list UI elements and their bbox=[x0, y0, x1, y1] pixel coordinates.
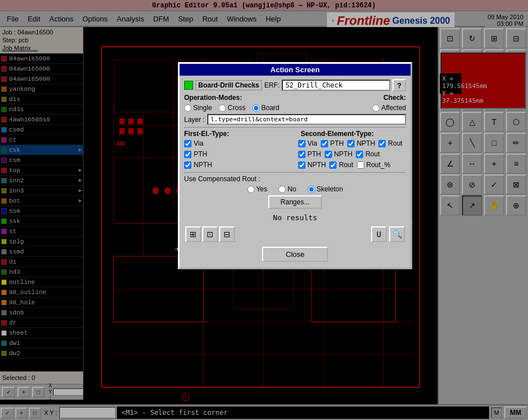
layer-row: Layer : bbox=[184, 114, 406, 125]
layer-value-input[interactable] bbox=[207, 114, 406, 125]
first-npth[interactable]: NPTH bbox=[184, 161, 293, 169]
second-rout-1[interactable]: Rout bbox=[378, 139, 402, 147]
ranges-row: Ranges... bbox=[184, 195, 406, 209]
element-row-3: NPTH NPTH Rout Rout_% bbox=[184, 161, 406, 170]
action-screen-body: Board-Drill Checks ERF: S2_Drill_Check ?… bbox=[180, 76, 411, 268]
icon-btn-1[interactable]: ⊞ bbox=[185, 226, 201, 242]
action-screen-title: Action Screen bbox=[180, 64, 411, 76]
second-rout-2[interactable]: Rout bbox=[356, 150, 379, 158]
mode-options-row: Single Cross Board Affected bbox=[184, 104, 406, 112]
second-rout-3[interactable]: Rout bbox=[329, 161, 353, 169]
second-npth-1[interactable]: NPTH bbox=[347, 139, 376, 147]
check-affected[interactable]: Affected bbox=[372, 104, 406, 112]
u-btn[interactable]: U bbox=[371, 226, 387, 242]
first-via[interactable]: Via bbox=[184, 139, 293, 147]
drill-checks-row: Board-Drill Checks ERF: S2_Drill_Check ? bbox=[184, 79, 406, 91]
comp-yes[interactable]: Yes bbox=[247, 185, 268, 193]
section-divider-1 bbox=[184, 127, 406, 128]
comp-skeleton[interactable]: Skeleton bbox=[308, 185, 343, 193]
layer-label: Layer : bbox=[184, 116, 205, 124]
no-results: No results bbox=[184, 211, 406, 224]
mode-cross[interactable]: Cross bbox=[219, 104, 245, 112]
section-divider-2 bbox=[184, 172, 406, 173]
check-label: Check: bbox=[383, 94, 406, 102]
erf-label: ERF: bbox=[264, 81, 280, 89]
comp-no[interactable]: No bbox=[278, 185, 296, 193]
mode-single[interactable]: Single bbox=[184, 104, 212, 112]
modal-overlay: Action Screen Board-Drill Checks ERF: S2… bbox=[0, 0, 528, 420]
ranges-btn[interactable]: Ranges... bbox=[268, 195, 322, 209]
board-drill-checks-label: Board-Drill Checks bbox=[195, 80, 262, 90]
second-el-header: Second-Element-Type: bbox=[301, 130, 407, 138]
second-pth-2[interactable]: PTH bbox=[298, 150, 321, 158]
element-type-headers: First-El.-Type: Second-Element-Type: bbox=[184, 130, 406, 138]
first-pth[interactable]: PTH bbox=[184, 150, 293, 158]
green-indicator bbox=[184, 81, 193, 90]
second-via[interactable]: Via bbox=[298, 139, 317, 147]
use-compensated-row: Use Compensated Rout : bbox=[184, 175, 406, 183]
action-screen-dialog: Action Screen Board-Drill Checks ERF: S2… bbox=[178, 62, 412, 269]
element-row-1: Via Via PTH NPTH Rout bbox=[184, 139, 406, 148]
first-el-header: First-El.-Type: bbox=[184, 130, 290, 138]
icon-btn-3[interactable]: ⊟ bbox=[219, 226, 235, 242]
op-modes-label: Operation-Modes: bbox=[184, 94, 242, 102]
icon-btn-group: ⊞ ⊡ ⊟ bbox=[185, 226, 235, 242]
mode-board[interactable]: Board bbox=[252, 104, 280, 112]
close-btn[interactable]: Close bbox=[262, 247, 328, 262]
second-npth-2[interactable]: NPTH bbox=[325, 150, 353, 158]
second-pth-1[interactable]: PTH bbox=[321, 139, 344, 147]
compensated-options-row: Yes No Skeleton bbox=[184, 185, 406, 193]
zoom-btn[interactable]: 🔍 bbox=[389, 226, 405, 242]
close-row: Close bbox=[184, 247, 406, 262]
erf-value[interactable]: S2_Drill_Check bbox=[282, 80, 390, 91]
icon-btn-2[interactable]: ⊡ bbox=[202, 226, 218, 242]
use-compensated-label: Use Compensated Rout : bbox=[184, 175, 260, 183]
bottom-actions-row: ⊞ ⊡ ⊟ U 🔍 bbox=[184, 224, 406, 244]
help-btn[interactable]: ? bbox=[392, 79, 406, 91]
second-rout-pct[interactable]: Rout_% bbox=[357, 161, 391, 169]
second-npth-3[interactable]: NPTH bbox=[298, 161, 326, 169]
element-row-2: PTH PTH NPTH Rout bbox=[184, 150, 406, 159]
right-icon-group: U 🔍 bbox=[371, 226, 405, 242]
op-modes-row: Operation-Modes: Check: bbox=[184, 94, 406, 102]
